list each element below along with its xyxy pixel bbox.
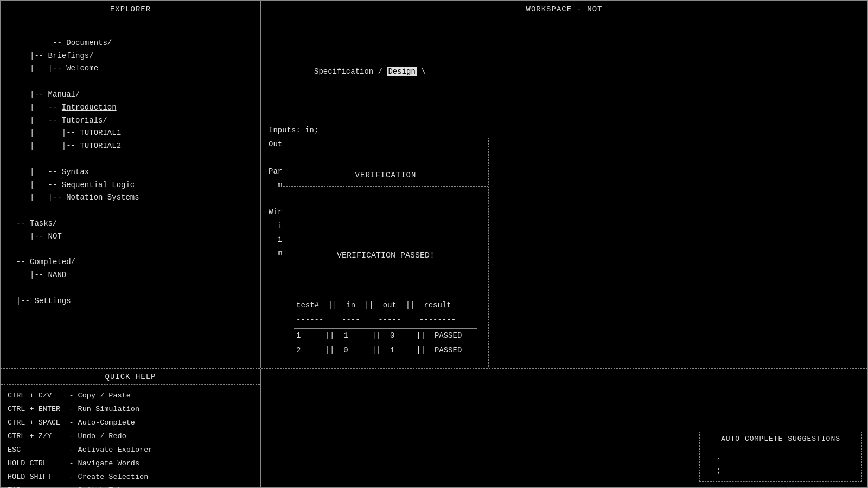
quick-help-panel: QUICK HELP CTRL + C/V - Copy / Paste CTR… [1,369,261,487]
explorer-header: EXPLORER [1,1,260,18]
table-row: 2 || 0 || 1 || PASSED [294,343,477,358]
verification-body: VERIFICATION PASSED! test# || in || out … [283,214,488,368]
test-num-2: 2 [294,343,305,358]
app-window: EXPLORER -- Documents/ |-- Briefings/ | … [0,0,868,488]
table-header: test# || in || out || result [294,298,477,313]
breadcrumb: Specification / Design \ [269,51,860,92]
table-row: 1 || 1 || 0 || PASSED [294,329,477,344]
test-result-2: || PASSED [405,343,478,358]
test-result-1: || PASSED [405,329,478,344]
introduction-link[interactable]: Introduction [62,103,117,112]
breadcrumb-post: \ [417,67,426,76]
autocomplete-content: , ; [700,446,861,481]
test-in-1: || 1 [305,329,361,344]
lower-workspace: AUTO COMPLETE SUGGESTIONS , ; [261,369,867,487]
explorer-panel: EXPLORER -- Documents/ |-- Briefings/ | … [1,1,261,368]
autocomplete-panel: AUTO COMPLETE SUGGESTIONS , ; [699,432,862,482]
workspace-content[interactable]: Specification / Design \ Inputs: in; Out… [261,18,867,368]
quick-help-content: CTRL + C/V - Copy / Paste CTRL + ENTER -… [1,385,260,488]
verification-dialog: VERIFICATION VERIFICATION PASSED! test# … [283,138,489,368]
breadcrumb-highlight: Design [387,67,416,76]
table-divider-row: ------ ---- ----- -------- [294,313,477,329]
workspace-header: WORKSPACE - NOT [261,1,867,18]
verification-table: test# || in || out || result ------ ----… [294,298,477,358]
verification-passed-message: VERIFICATION PASSED! [294,248,477,263]
quick-help-border: QUICK HELP CTRL + C/V - Copy / Paste CTR… [1,369,260,488]
test-out-1: || 0 [361,329,405,344]
explorer-tree: -- Documents/ |-- Briefings/ | |-- Welco… [1,18,260,368]
test-num-1: 1 [294,329,305,344]
breadcrumb-pre: Specification / [314,67,387,76]
bottom-row: QUICK HELP CTRL + C/V - Copy / Paste CTR… [1,368,867,487]
top-row: EXPLORER -- Documents/ |-- Briefings/ | … [1,1,867,368]
test-out-2: || 1 [361,343,405,358]
explorer-tree-text: -- Documents/ |-- Briefings/ | |-- Welco… [7,38,139,305]
autocomplete-header: AUTO COMPLETE SUGGESTIONS [700,432,861,446]
quick-help-header: QUICK HELP [1,369,260,385]
test-in-2: || 0 [305,343,361,358]
verification-title: VERIFICATION [283,165,488,186]
workspace-panel: WORKSPACE - NOT Specification / Design \… [261,1,867,368]
